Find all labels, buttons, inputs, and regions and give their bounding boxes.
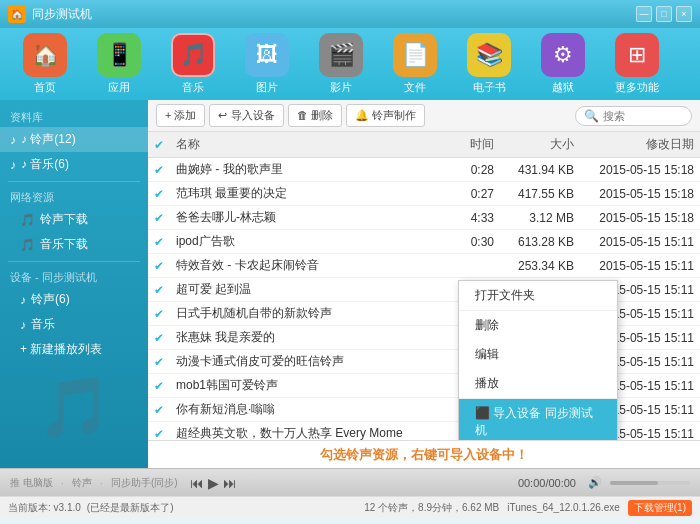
ctx-delete[interactable]: 删除 [459,311,617,340]
next-button[interactable]: ⏭ [223,475,237,491]
nav-photos-label: 图片 [256,80,278,95]
nav-movies[interactable]: 🎬 影片 [306,33,376,95]
nav-more[interactable]: ⊞ 更多功能 [602,33,672,95]
row-time: 0:27 [450,182,500,206]
close-button[interactable]: × [676,6,692,22]
row-check[interactable]: ✔ [148,254,170,278]
import-device-button[interactable]: ↩ 导入设备 [209,104,283,127]
window-controls: — □ × [636,6,692,22]
nav-music[interactable]: 🎵 音乐 [158,33,228,95]
player-mode: 推 电脑版 [10,476,53,490]
toolbar-right: 🔍 [575,106,692,126]
row-check[interactable]: ✔ [148,326,170,350]
search-icon: 🔍 [584,109,599,123]
table-row[interactable]: ✔ ipod广告歌 0:30 613.28 KB 2015-05-15 15:1… [148,230,700,254]
row-check[interactable]: ✔ [148,422,170,441]
row-check[interactable]: ✔ [148,278,170,302]
row-check[interactable]: ✔ [148,350,170,374]
row-check[interactable]: ✔ [148,302,170,326]
col-check: ✔ [148,132,170,158]
ctx-play[interactable]: 播放 [459,369,617,398]
row-check[interactable]: ✔ [148,158,170,182]
row-size: 431.94 KB [500,158,580,182]
sidebar-art: 🎵 [0,362,148,453]
hint-text: 勾选铃声资源，右键可导入设备中！ [320,446,528,464]
sidebar-item-ringtone[interactable]: ♪ ♪ 铃声(12) [0,127,148,152]
prev-button[interactable]: ⏮ [190,475,204,491]
volume-icon[interactable]: 🔊 [588,476,602,489]
volume-slider[interactable] [610,481,690,485]
row-date: 2015-05-15 15:18 [580,206,700,230]
music-lib-label: ♪ 音乐(6) [21,156,69,173]
row-date: 2015-05-15 15:11 [580,230,700,254]
context-menu: 打开文件夹 删除 编辑 播放 ⬛ 导入设备 同步测试机 [458,280,618,440]
home-icon: 🏠 [23,33,67,77]
row-name: mob1韩国可爱铃声 [170,374,450,398]
row-size: 613.28 KB [500,230,580,254]
toolbar: + 添加 ↩ 导入设备 🗑 删除 🔔 铃声制作 🔍 [148,100,700,132]
row-name: 曲婉婷 - 我的歌声里 [170,158,450,182]
row-check[interactable]: ✔ [148,374,170,398]
nav-more-label: 更多功能 [615,80,659,95]
nav-ebooks[interactable]: 📚 电子书 [454,33,524,95]
search-input[interactable] [603,110,683,122]
sidebar-item-music[interactable]: ♪ ♪ 音乐(6) [0,152,148,177]
sidebar-item-device-music[interactable]: ♪ 音乐 [0,312,148,337]
sidebar-item-device-ringtone[interactable]: ♪ 铃声(6) [0,287,148,312]
sidebar-item-ringtone-dl[interactable]: 🎵 铃声下载 [0,207,148,232]
ctx-edit[interactable]: 编辑 [459,340,617,369]
delete-button[interactable]: 🗑 删除 [288,104,342,127]
nav-files[interactable]: 📄 文件 [380,33,450,95]
row-name: 张惠妹 我是亲爱的 [170,326,450,350]
nav-jailbreak-label: 越狱 [552,80,574,95]
device-ringtone-label: 铃声(6) [31,291,70,308]
row-check[interactable]: ✔ [148,398,170,422]
ringtone-label: ♪ 铃声(12) [21,131,76,148]
table-row[interactable]: ✔ 特效音效 - 卡农起床闹铃音 253.34 KB 2015-05-15 15… [148,254,700,278]
row-time: 4:33 [450,206,500,230]
music-dl-label: 音乐下载 [40,236,88,253]
row-name: 超可爱 起到温 [170,278,450,302]
hint-bar: 勾选铃声资源，右键可导入设备中！ [148,440,700,468]
player-bar: 推 电脑版 · 铃声 · 同步助手(同步) ⏮ ▶ ⏭ 00:00/00:00 … [0,468,700,496]
row-size: 253.34 KB [500,254,580,278]
status-right: 12 个铃声，8.9分钟，6.62 MB iTunes_64_12.0.1.26… [364,500,692,516]
col-name: 名称 [170,132,450,158]
nav-apps[interactable]: 📱 应用 [84,33,154,95]
table-row[interactable]: ✔ 爸爸去哪儿-林志颖 4:33 3.12 MB 2015-05-15 15:1… [148,206,700,230]
device-music-label: 音乐 [31,316,55,333]
music-icon: 🎵 [171,33,215,77]
make-ringtone-button[interactable]: 🔔 铃声制作 [346,104,425,127]
table-row[interactable]: ✔ 曲婉婷 - 我的歌声里 0:28 431.94 KB 2015-05-15 … [148,158,700,182]
add-button[interactable]: + 添加 [156,104,205,127]
row-check[interactable]: ✔ [148,206,170,230]
nav-home[interactable]: 🏠 首页 [10,33,80,95]
ctx-import-device[interactable]: ⬛ 导入设备 同步测试机 [459,399,617,440]
row-check[interactable]: ✔ [148,230,170,254]
row-size: 3.12 MB [500,206,580,230]
version-note: (已经是最新版本了) [87,501,174,515]
player-assistant: 同步助手(同步) [111,476,178,490]
more-icon: ⊞ [615,33,659,77]
sidebar-item-music-dl[interactable]: 🎵 音乐下载 [0,232,148,257]
ctx-open-folder[interactable]: 打开文件夹 [459,281,617,310]
player-controls: ⏮ ▶ ⏭ [190,475,237,491]
col-size: 大小 [500,132,580,158]
device-ringtone-icon: ♪ [20,293,26,307]
row-name: 范玮琪 最重要的决定 [170,182,450,206]
play-button[interactable]: ▶ [208,475,219,491]
sidebar-item-new-playlist[interactable]: + 新建播放列表 [0,337,148,362]
row-name: 你有新短消息·嗡嗡 [170,398,450,422]
nav-photos[interactable]: 🖼 图片 [232,33,302,95]
minimize-button[interactable]: — [636,6,652,22]
download-button[interactable]: 下载管理(1) [628,500,692,516]
maximize-button[interactable]: □ [656,6,672,22]
nav-music-label: 音乐 [182,80,204,95]
table-row[interactable]: ✔ 范玮琪 最重要的决定 0:27 417.55 KB 2015-05-15 1… [148,182,700,206]
nav-home-label: 首页 [34,80,56,95]
network-section-title: 网络资源 [0,186,148,207]
player-sep-1: · [61,477,64,489]
nav-ebooks-label: 电子书 [473,80,506,95]
row-check[interactable]: ✔ [148,182,170,206]
nav-jailbreak[interactable]: ⚙ 越狱 [528,33,598,95]
